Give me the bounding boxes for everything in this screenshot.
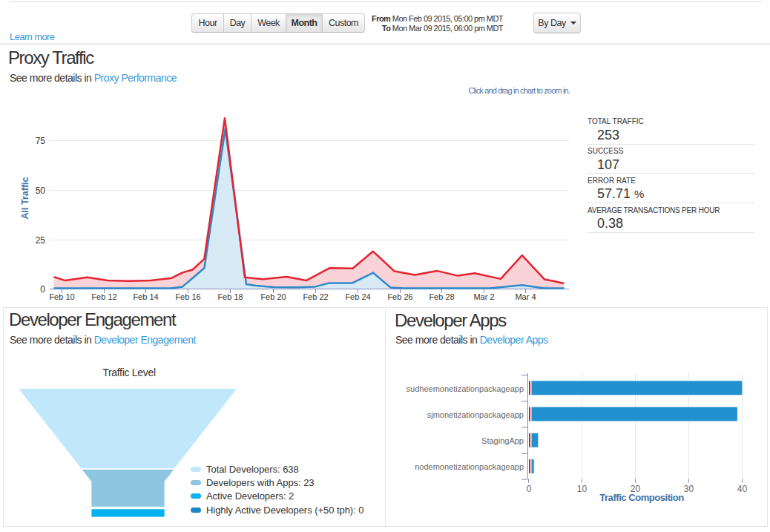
svg-text:Feb 28: Feb 28: [429, 292, 454, 301]
svg-text:Mar 2: Mar 2: [473, 292, 494, 301]
svg-text:0: 0: [527, 484, 532, 494]
svg-text:Feb 18: Feb 18: [217, 292, 243, 301]
svg-text:10: 10: [577, 484, 588, 494]
svg-text:30: 30: [684, 484, 694, 494]
svg-text:Mar 4: Mar 4: [515, 292, 536, 301]
svg-text:Feb 16: Feb 16: [175, 292, 200, 301]
svg-text:Feb 12: Feb 12: [91, 292, 116, 301]
svg-text:Feb 22: Feb 22: [303, 292, 328, 301]
svg-text:sjmonetizationpackageapp: sjmonetizationpackageapp: [427, 410, 524, 419]
svg-text:50: 50: [36, 185, 46, 196]
svg-text:40: 40: [737, 484, 748, 494]
svg-text:Feb 24: Feb 24: [345, 292, 370, 301]
svg-text:Feb 10: Feb 10: [49, 292, 74, 301]
svg-text:sudheemonetizationpackageapp: sudheemonetizationpackageapp: [407, 384, 524, 393]
svg-text:Feb 26: Feb 26: [387, 292, 412, 301]
svg-text:Traffic Composition: Traffic Composition: [599, 492, 684, 503]
svg-text:StagingApp: StagingApp: [481, 436, 524, 445]
svg-text:Feb 14: Feb 14: [133, 292, 158, 301]
svg-text:75: 75: [36, 136, 46, 146]
svg-text:0: 0: [40, 284, 45, 295]
svg-text:nodemonetizationpackageapp: nodemonetizationpackageapp: [415, 462, 524, 471]
svg-text:25: 25: [36, 235, 46, 246]
svg-text:All Traffic: All Traffic: [20, 177, 30, 219]
svg-text:Feb 20: Feb 20: [260, 292, 286, 301]
